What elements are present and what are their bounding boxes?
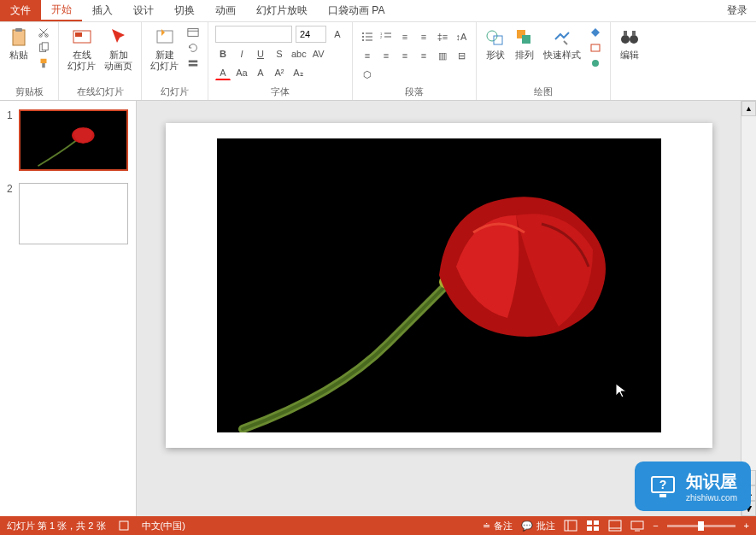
cut-button[interactable] bbox=[36, 26, 51, 39]
strike-button[interactable]: S bbox=[272, 46, 287, 62]
svg-rect-9 bbox=[75, 32, 82, 37]
increase-indent-button[interactable]: ≡ bbox=[416, 29, 431, 44]
find-button[interactable]: 编辑 bbox=[618, 26, 642, 62]
svg-rect-46 bbox=[631, 521, 643, 529]
svg-point-30 bbox=[592, 60, 599, 67]
sorter-view-button[interactable] bbox=[586, 520, 600, 532]
font-size-combo[interactable] bbox=[296, 26, 326, 43]
menu-tab-transitions[interactable]: 切换 bbox=[164, 0, 205, 21]
reading-view-button[interactable] bbox=[608, 520, 622, 532]
bold-button[interactable]: B bbox=[215, 46, 231, 62]
menu-tab-design[interactable]: 设计 bbox=[123, 0, 164, 21]
new-slide-icon bbox=[155, 27, 175, 48]
align-center-button[interactable]: ≡ bbox=[378, 48, 394, 63]
menu-file[interactable]: 文件 bbox=[0, 0, 41, 21]
shape-fill-button[interactable] bbox=[588, 26, 603, 39]
group-label-drawing: 绘图 bbox=[483, 85, 603, 98]
format-painter-button[interactable] bbox=[36, 56, 51, 70]
scroll-up-button[interactable]: ▲ bbox=[741, 101, 756, 116]
section-button[interactable] bbox=[185, 56, 201, 70]
ribbon: 粘贴 剪贴板 在线 幻灯片 新加 动画页 在线幻灯片 bbox=[0, 22, 756, 101]
zoom-slider-thumb[interactable] bbox=[698, 521, 704, 531]
current-slide[interactable] bbox=[166, 123, 712, 448]
paste-button[interactable]: 粘贴 bbox=[7, 26, 31, 62]
slide-thumb-2[interactable] bbox=[19, 183, 128, 244]
paste-icon bbox=[9, 27, 29, 48]
change-case-button[interactable]: Aa bbox=[234, 65, 249, 80]
effects-icon bbox=[589, 58, 601, 68]
menu-tab-animations[interactable]: 动画 bbox=[205, 0, 246, 21]
shape-effects-button[interactable] bbox=[588, 56, 603, 70]
slideshow-view-button[interactable] bbox=[630, 520, 644, 532]
line-spacing-button[interactable]: ‡≡ bbox=[435, 29, 450, 44]
align-left-button[interactable]: ≡ bbox=[360, 48, 375, 63]
slide-thumb-2-wrap[interactable]: 2 bbox=[7, 183, 129, 244]
zoom-out-button[interactable]: − bbox=[653, 520, 658, 531]
normal-view-button[interactable] bbox=[564, 520, 577, 532]
align-right-button[interactable]: ≡ bbox=[397, 48, 413, 63]
underline-button[interactable]: U bbox=[253, 46, 268, 62]
layout-button[interactable] bbox=[185, 26, 201, 39]
vertical-scrollbar[interactable]: ▲ ▼ ⯅ ⯆ bbox=[741, 101, 756, 516]
align-text-button[interactable]: ⊟ bbox=[454, 48, 469, 63]
cursor-icon bbox=[615, 383, 627, 398]
reset-button[interactable] bbox=[185, 41, 201, 55]
slide-canvas[interactable] bbox=[137, 101, 741, 516]
svg-rect-10 bbox=[157, 31, 173, 43]
sorter-view-icon bbox=[586, 520, 600, 532]
decrease-indent-button[interactable]: ≡ bbox=[397, 29, 413, 44]
svg-point-17 bbox=[362, 36, 364, 38]
svg-rect-33 bbox=[624, 31, 627, 36]
online-slides-button[interactable]: 在线 幻灯片 bbox=[66, 26, 97, 73]
font-color-button[interactable]: A bbox=[215, 65, 231, 80]
menu-tab-slideshow[interactable]: 幻灯片放映 bbox=[246, 0, 318, 21]
menu-tab-pocket-anim[interactable]: 口袋动画 PA bbox=[318, 0, 395, 21]
subscript-button[interactable]: A₂ bbox=[290, 65, 306, 80]
zoom-in-button[interactable]: + bbox=[744, 520, 749, 531]
slide-counter[interactable]: 幻灯片 第 1 张，共 2 张 bbox=[7, 520, 106, 532]
clear-format-button[interactable]: A bbox=[253, 65, 268, 80]
svg-rect-11 bbox=[188, 29, 198, 37]
group-slides: 新建 幻灯片 幻灯片 bbox=[142, 22, 208, 100]
shapes-button[interactable]: 形状 bbox=[483, 26, 507, 62]
shape-outline-button[interactable] bbox=[588, 41, 603, 55]
notes-button[interactable]: ≐ 备注 bbox=[483, 520, 513, 532]
arrange-button[interactable]: 排列 bbox=[513, 26, 536, 62]
columns-button[interactable]: ▥ bbox=[435, 48, 450, 63]
cursor-red-icon bbox=[108, 27, 129, 48]
language-indicator[interactable]: 中文(中国) bbox=[142, 520, 185, 532]
slide-thumb-1-wrap[interactable]: 1 bbox=[7, 109, 129, 171]
char-spacing-button[interactable]: AV bbox=[311, 46, 326, 62]
new-slide-button[interactable]: 新建 幻灯片 bbox=[149, 26, 180, 73]
svg-point-32 bbox=[630, 35, 638, 44]
slideshow-icon bbox=[630, 520, 644, 532]
arrange-icon bbox=[514, 27, 535, 48]
watermark-monitor-icon: ? bbox=[648, 472, 677, 501]
bullets-button[interactable] bbox=[360, 29, 375, 44]
new-anim-page-button[interactable]: 新加 动画页 bbox=[103, 26, 134, 73]
slide-image[interactable] bbox=[217, 138, 661, 432]
slide-thumb-1[interactable] bbox=[19, 109, 128, 171]
spell-check-icon[interactable] bbox=[118, 520, 130, 532]
comments-button[interactable]: 💬 批注 bbox=[521, 520, 555, 532]
scroll-track[interactable] bbox=[741, 116, 756, 470]
group-label-paragraph: 段落 bbox=[360, 85, 469, 98]
menu-tab-insert[interactable]: 插入 bbox=[82, 0, 123, 21]
quick-styles-button[interactable]: 快速样式 bbox=[542, 26, 583, 62]
font-family-combo[interactable] bbox=[215, 26, 292, 43]
group-label-slides: 幻灯片 bbox=[149, 85, 201, 98]
slide-panel[interactable]: 1 2 bbox=[0, 101, 137, 516]
justify-button[interactable]: ≡ bbox=[416, 48, 431, 63]
grow-font-button[interactable]: A bbox=[330, 26, 345, 42]
superscript-button[interactable]: A² bbox=[272, 65, 287, 80]
convert-smartart-button[interactable]: ⬡ bbox=[360, 67, 375, 82]
numbering-button[interactable]: 12 bbox=[378, 29, 394, 44]
login-link[interactable]: 登录 bbox=[718, 0, 756, 21]
zoom-slider[interactable] bbox=[667, 525, 735, 527]
text-shadow-button[interactable]: abc bbox=[290, 46, 308, 62]
group-label-font: 字体 bbox=[215, 85, 345, 98]
copy-button[interactable] bbox=[36, 41, 51, 55]
menu-tab-home[interactable]: 开始 bbox=[41, 0, 82, 21]
italic-button[interactable]: I bbox=[234, 46, 249, 62]
text-direction-button[interactable]: ↕A bbox=[454, 29, 469, 44]
